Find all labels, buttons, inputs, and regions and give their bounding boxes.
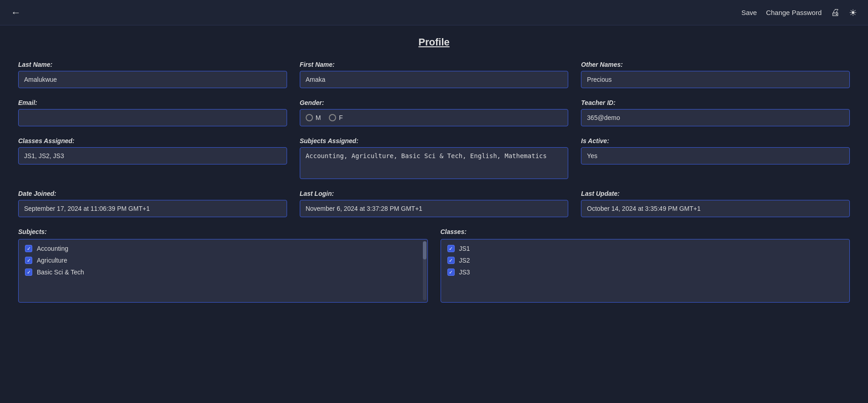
subject-basic-sci: Basic Sci & Tech [37,269,84,276]
subjects-list-label: Subjects: [18,228,428,235]
checkbox-accounting-icon [25,245,32,252]
print-icon[interactable]: 🖨 [831,7,840,18]
email-label: Email: [18,99,287,106]
class-js2: JS2 [459,257,470,264]
other-names-input[interactable] [581,71,850,88]
is-active-input[interactable] [581,147,850,164]
gender-m-option[interactable]: M [306,114,321,121]
scrollbar-thumb[interactable] [423,241,427,259]
other-names-group: Other Names: [581,61,850,88]
bottom-section: Subjects: Accounting Agriculture Basic S… [18,228,850,303]
classes-list-box: JS1 JS2 JS3 [441,239,850,303]
theme-toggle-icon[interactable]: ☀ [849,7,857,18]
last-name-label: Last Name: [18,61,287,68]
gender-f-option[interactable]: F [329,114,343,121]
subjects-assigned-input[interactable]: Accounting, Agriculture, Basic Sci & Tec… [300,147,569,179]
radio-m-icon [306,114,313,121]
last-login-group: Last Login: [300,190,569,217]
first-name-label: First Name: [300,61,569,68]
list-item[interactable]: JS3 [447,269,843,276]
last-login-input[interactable] [300,200,569,217]
subject-accounting: Accounting [37,245,68,252]
teacher-id-label: Teacher ID: [581,99,850,106]
topbar-right: Save Change Password 🖨 ☀ [741,7,857,18]
is-active-label: Is Active: [581,137,850,144]
first-name-group: First Name: [300,61,569,88]
last-update-input[interactable] [581,200,850,217]
classes-list-label: Classes: [441,228,850,235]
list-item[interactable]: JS2 [447,257,843,264]
topbar: ← Save Change Password 🖨 ☀ [0,0,868,25]
subjects-section: Subjects: Accounting Agriculture Basic S… [18,228,428,303]
date-joined-input[interactable] [18,200,287,217]
checkbox-basic-sci-icon [25,269,32,276]
back-button[interactable]: ← [11,7,21,19]
topbar-left: ← [11,7,21,19]
subject-agriculture: Agriculture [37,257,67,264]
page-title: Profile [18,36,850,48]
form-row-3: Classes Assigned: Subjects Assigned: Acc… [18,137,850,179]
classes-assigned-group: Classes Assigned: [18,137,287,179]
teacher-id-group: Teacher ID: [581,99,850,126]
classes-section: Classes: JS1 JS2 JS3 [441,228,850,303]
email-group: Email: [18,99,287,126]
list-item[interactable]: JS1 [447,245,843,252]
scrollbar-track [423,241,427,300]
subjects-list-box: Accounting Agriculture Basic Sci & Tech [18,239,428,303]
classes-assigned-input[interactable] [18,147,287,164]
form-row-4: Date Joined: Last Login: Last Update: [18,190,850,217]
last-name-group: Last Name: [18,61,287,88]
form-row-1: Last Name: First Name: Other Names: [18,61,850,88]
last-login-label: Last Login: [300,190,569,197]
gender-m-label: M [316,114,321,121]
last-name-input[interactable] [18,71,287,88]
checkbox-agriculture-icon [25,257,32,264]
class-js1: JS1 [459,245,470,252]
teacher-id-input[interactable] [581,109,850,126]
is-active-group: Is Active: [581,137,850,179]
classes-assigned-label: Classes Assigned: [18,137,287,144]
checkbox-js1-icon [447,245,455,252]
date-joined-label: Date Joined: [18,190,287,197]
list-item[interactable]: Agriculture [25,257,421,264]
subjects-assigned-label: Subjects Assigned: [300,137,569,144]
main-content: Profile Last Name: First Name: Other Nam… [0,25,868,313]
other-names-label: Other Names: [581,61,850,68]
radio-f-icon [329,114,336,121]
checkbox-js2-icon [447,257,455,264]
gender-selector: M F [300,109,569,126]
change-password-button[interactable]: Change Password [766,9,822,16]
list-item[interactable]: Accounting [25,245,421,252]
gender-f-label: F [339,114,343,121]
last-update-group: Last Update: [581,190,850,217]
form-row-2: Email: Gender: M F Teacher ID: [18,99,850,126]
last-update-label: Last Update: [581,190,850,197]
gender-group: Gender: M F [300,99,569,126]
list-item[interactable]: Basic Sci & Tech [25,269,421,276]
class-js3: JS3 [459,269,470,276]
email-input[interactable] [18,109,287,126]
first-name-input[interactable] [300,71,569,88]
save-button[interactable]: Save [741,9,757,16]
date-joined-group: Date Joined: [18,190,287,217]
subjects-assigned-group: Subjects Assigned: Accounting, Agricultu… [300,137,569,179]
checkbox-js3-icon [447,269,455,276]
gender-label: Gender: [300,99,569,106]
